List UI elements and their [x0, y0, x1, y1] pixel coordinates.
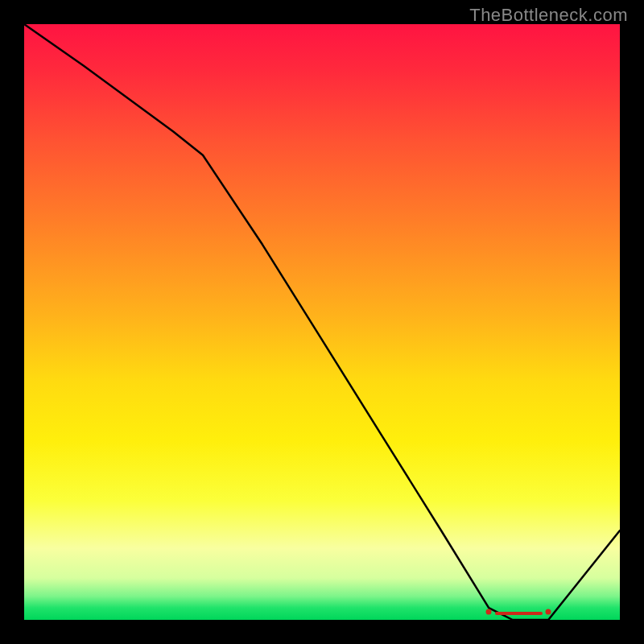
optimal-marker-dot — [486, 609, 492, 615]
bottleneck-curve-path — [24, 24, 620, 620]
optimal-marker-group — [24, 601, 620, 617]
optimal-marker-dash — [495, 612, 543, 615]
chart-frame: TheBottleneck.com — [0, 0, 644, 644]
line-chart-svg — [24, 24, 620, 620]
watermark-text: TheBottleneck.com — [469, 5, 628, 26]
optimal-marker-dot — [546, 609, 551, 615]
plot-area — [24, 24, 620, 620]
